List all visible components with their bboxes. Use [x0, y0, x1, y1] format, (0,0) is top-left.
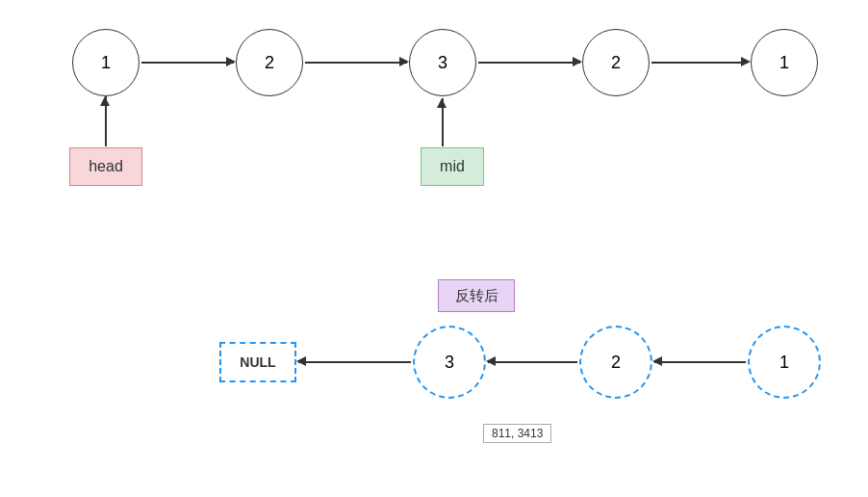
arrow-2-1-head: [652, 356, 662, 366]
arrow-1-2-head: [226, 57, 236, 66]
head-label: head: [69, 147, 142, 186]
node-5-top: 1: [751, 29, 818, 96]
arrow-4-5-head: [741, 57, 751, 66]
arrow-2-3: [305, 62, 407, 64]
arrow-null-3-head: [296, 356, 306, 366]
arrow-3-4: [478, 62, 580, 64]
node-1-top: 1: [72, 29, 140, 96]
mid-label: mid: [421, 147, 484, 186]
null-label: NULL: [219, 342, 296, 382]
node-2-top: 2: [236, 29, 303, 96]
node-3-top: 3: [409, 29, 476, 96]
coords-box: 811, 3413: [483, 424, 551, 443]
arrow-2-1: [654, 361, 746, 363]
arrow-3-2-head: [486, 356, 496, 366]
arrow-3-2: [488, 361, 577, 363]
arrow-4-5: [651, 62, 748, 64]
node-2-bottom: 2: [579, 326, 652, 399]
mid-arrow-up: [437, 98, 447, 108]
diagram: 1 2 3 2 1 head mid 反转后 NULL: [0, 0, 868, 497]
arrow-3-4-head: [573, 57, 582, 66]
arrow-2-3-head: [399, 57, 409, 66]
fanzhuan-label: 反转后: [438, 279, 515, 312]
node-1-bottom: 1: [748, 326, 821, 399]
head-arrow-up: [100, 96, 110, 106]
node-3-bottom: 3: [413, 326, 486, 399]
arrow-null-3: [298, 361, 411, 363]
node-4-top: 2: [582, 29, 650, 96]
arrow-1-2: [141, 62, 234, 64]
